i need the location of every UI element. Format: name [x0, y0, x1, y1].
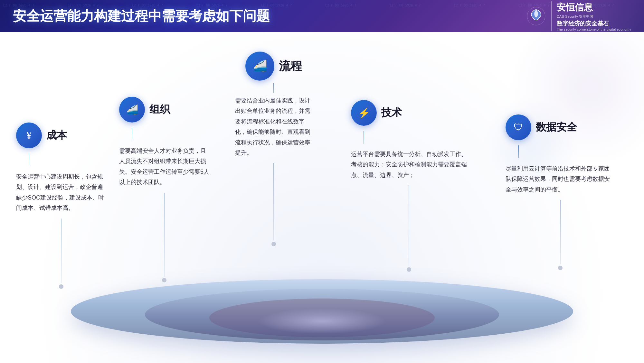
logo-icon [526, 6, 546, 26]
header: 安全运营能力构建过程中需要考虑如下问题 安恒信息 DAS-Security 安里… [0, 0, 644, 32]
org-icon-circle: 🚄 [119, 97, 145, 123]
column-data: 🛡 数据安全 尽量利用云计算等前沿技术和外部专家团队保障运营效果，同时也需要考虑… [502, 32, 618, 270]
logo-text: 安恒信息 DAS-Security 安里中国 数字经济的安全基石 The sec… [551, 1, 631, 31]
cost-desc-container: ¥ 成本 安全运营中心建设周期长，包含规划、设计、建设到运营，政企普遍缺少SOC… [16, 123, 106, 213]
main-content: ¥ 成本 安全运营中心建设周期长，包含规划、设计、建设到运营，政企普遍缺少SOC… [0, 32, 644, 363]
logo-en-text: The security cornerstone of the digital … [557, 27, 631, 31]
org-title: 组织 [149, 103, 170, 117]
column-flow: 🚄 流程 需要结合业内最佳实践，设计出贴合单位业务的流程，并需要将流程标准化和在… [225, 32, 322, 246]
train-icon-org: 🚄 [126, 104, 138, 115]
cost-icon-circle: ¥ [16, 123, 42, 148]
column-cost: ¥ 成本 安全运营中心建设周期长，包含规划、设计、建设到运营，政企普遍缺少SOC… [13, 32, 109, 289]
column-tech: ⚡ 技术 运营平台需要具备统一分析、自动派发工作、考核的能力；安全防护和检测能力… [348, 32, 470, 272]
logo-sub-text: DAS-Security 安里中国 [557, 14, 631, 19]
page-title: 安全运营能力构建过程中需要考虑如下问题 [13, 7, 270, 25]
tech-desc: 运营平台需要具备统一分析、自动派发工作、考核的能力；安全防护和检测能力需要覆盖端… [351, 149, 467, 180]
logo-tagline: 数字经济的安全基石 [557, 20, 609, 27]
tech-title: 技术 [381, 106, 402, 120]
tech-icon-circle: ⚡ [351, 100, 377, 126]
data-desc: 尽量利用云计算等前沿技术和外部专家团队保障运营效果，同时也需要考虑数据安全与效率… [506, 163, 615, 195]
logo-brand-name: 安恒信息 [557, 1, 631, 14]
data-title: 数据安全 [536, 120, 577, 134]
train-icon-flow: 🚄 [253, 59, 267, 73]
cost-desc: 安全运营中心建设周期长，包含规划、设计、建设到运营，政企普遍缺少SOC建设经验，… [16, 172, 106, 213]
shield-icon: 🛡 [514, 122, 523, 133]
lightning-icon: ⚡ [358, 107, 370, 119]
yuan-icon: ¥ [26, 129, 32, 142]
data-icon-circle: 🛡 [506, 114, 531, 140]
org-desc: 需要高端安全人才对业务负责，且人员流失不对组织带来长期巨大损失。安全运营工作运转… [119, 146, 209, 188]
flow-icon-circle: 🚄 [245, 52, 274, 81]
flow-title: 流程 [279, 58, 302, 74]
column-org: 🚄 组织 需要高端安全人才对业务负责，且人员流失不对组织带来长期巨大损失。安全运… [116, 32, 213, 282]
flow-desc: 需要结合业内最佳实践，设计出贴合单位业务的流程，并需要将流程标准化和在线数字化，… [235, 95, 312, 158]
logo-area: 安恒信息 DAS-Security 安里中国 数字经济的安全基石 The sec… [526, 1, 631, 31]
cost-title: 成本 [46, 128, 67, 142]
